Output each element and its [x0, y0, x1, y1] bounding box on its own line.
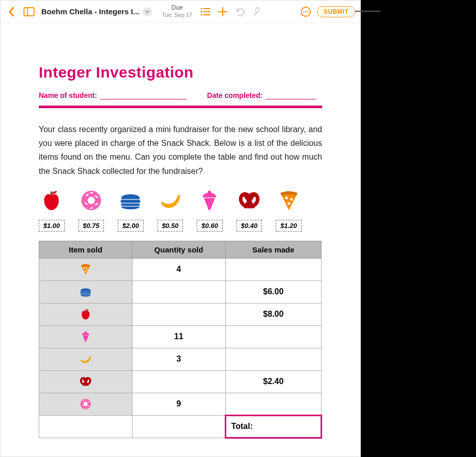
svg-line-24 [91, 208, 93, 208]
col-qty: Quantity sold [132, 241, 225, 258]
qty-cell[interactable]: 3 [132, 348, 225, 370]
sales-cell[interactable]: $6.00 [225, 281, 321, 303]
table-row: 9 [39, 393, 322, 415]
svg-point-6 [200, 14, 202, 15]
submit-button[interactable]: SUBMIT [317, 6, 355, 17]
svg-point-31 [86, 268, 88, 270]
table-row: 3 [39, 348, 322, 370]
price-value: $0.50 [157, 220, 183, 232]
total-blank-1[interactable] [39, 415, 133, 438]
sales-cell[interactable]: $2.40 [225, 370, 321, 393]
qty-cell[interactable]: 4 [132, 258, 225, 281]
qty-cell[interactable] [132, 281, 225, 303]
icecream-icon [79, 332, 92, 340]
sales-cell[interactable] [225, 325, 321, 348]
sales-cell[interactable] [225, 348, 321, 370]
date-field[interactable]: Date completed: [207, 91, 316, 99]
svg-line-43 [85, 408, 86, 409]
svg-point-29 [287, 202, 290, 205]
icecream-icon [197, 188, 222, 213]
svg-point-13 [303, 11, 305, 12]
qty-cell[interactable]: 11 [132, 325, 225, 348]
date-blank-line[interactable] [266, 92, 316, 99]
toolbar: Boehm Chella - Integers I... Due Tue, Se… [1, 1, 360, 23]
svg-point-2 [200, 8, 202, 9]
table-row: 11 [39, 325, 322, 348]
sales-cell[interactable] [225, 258, 321, 281]
svg-line-42 [85, 400, 86, 400]
qty-cell[interactable]: 9 [132, 393, 225, 415]
svg-point-18 [88, 197, 95, 204]
more-button[interactable] [300, 6, 312, 18]
svg-point-27 [285, 196, 287, 199]
item-cell [39, 393, 133, 415]
pretzel-icon [237, 188, 261, 213]
item-cell [39, 258, 133, 281]
callout-line [355, 11, 381, 12]
svg-point-32 [85, 270, 86, 272]
price-item-pizza: $1.20 [276, 188, 302, 232]
svg-rect-0 [24, 8, 34, 16]
svg-rect-33 [81, 292, 91, 293]
table-row: $8.00 [39, 303, 322, 325]
name-blank-line[interactable] [100, 92, 187, 99]
chevron-down-icon[interactable] [143, 7, 152, 16]
burger-icon [79, 287, 92, 295]
burger-icon [118, 188, 143, 213]
price-item-burger: $2.00 [118, 188, 144, 232]
svg-line-23 [91, 192, 93, 193]
sales-cell[interactable]: $8.00 [225, 303, 321, 325]
price-item-banana: $0.50 [157, 188, 183, 232]
donut-icon [79, 188, 103, 213]
svg-line-11 [254, 12, 257, 15]
price-item-pretzel: $0.40 [236, 188, 262, 232]
donut-icon [79, 399, 92, 408]
total-blank-2[interactable] [132, 415, 225, 438]
list-button[interactable] [199, 6, 211, 18]
back-button[interactable] [6, 6, 18, 18]
apple-icon [79, 309, 92, 318]
undo-button[interactable] [234, 6, 246, 18]
banana-icon [79, 354, 92, 363]
price-value: $0.75 [78, 220, 104, 232]
qty-cell[interactable] [132, 370, 225, 393]
intro-text: Your class recently organized a mini fun… [39, 122, 322, 178]
pizza-icon [277, 188, 301, 213]
price-value: $1.00 [39, 220, 65, 232]
svg-rect-25 [121, 200, 140, 203]
name-field[interactable]: Name of student: [39, 91, 187, 99]
add-button[interactable] [217, 6, 229, 18]
page-title: Integer Investigation [39, 64, 322, 81]
sales-table: Item sold Quantity sold Sales made 4$6.0… [39, 241, 322, 439]
price-item-donut: $0.75 [78, 188, 104, 232]
pretzel-icon [79, 376, 92, 385]
col-sales: Sales made [225, 241, 321, 258]
svg-point-15 [307, 11, 309, 12]
name-label: Name of student: [39, 91, 97, 99]
item-cell [39, 325, 133, 348]
document-title[interactable]: Boehm Chella - Integers I... [41, 7, 152, 16]
svg-rect-10 [255, 7, 260, 13]
due-label: Due [162, 5, 193, 12]
sidebar-toggle-button[interactable] [23, 6, 35, 18]
svg-point-30 [84, 267, 85, 269]
svg-point-4 [200, 11, 202, 12]
document-title-text: Boehm Chella - Integers I... [41, 7, 140, 16]
qty-cell[interactable] [132, 303, 225, 325]
price-value: $1.20 [276, 220, 302, 232]
apple-icon [39, 188, 64, 213]
pizza-icon [79, 264, 92, 273]
price-item-apple: $1.00 [39, 188, 65, 232]
price-value: $0.60 [197, 220, 223, 232]
table-row: $6.00 [39, 281, 322, 303]
sales-cell[interactable] [225, 393, 321, 415]
price-value: $2.00 [118, 220, 144, 232]
item-cell [39, 281, 133, 303]
price-value: $0.40 [236, 220, 262, 232]
price-item-icecream: $0.60 [197, 188, 223, 232]
price-row: $1.00$0.75$2.00$0.50$0.60$0.40$1.20 [39, 188, 322, 232]
total-cell[interactable]: Total: [225, 415, 321, 438]
gavel-icon[interactable] [251, 6, 263, 18]
svg-point-37 [84, 402, 88, 406]
banana-icon [158, 188, 182, 213]
